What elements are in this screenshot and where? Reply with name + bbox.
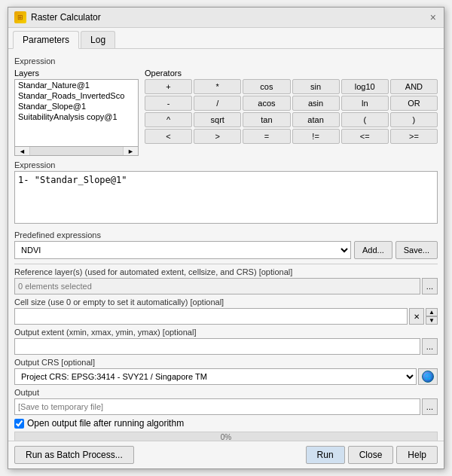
open-output-label: Open output file after running algorithm <box>27 418 184 429</box>
tab-bar: Parameters Log <box>8 28 444 49</box>
predefined-row: NDVI Add... Save... <box>14 241 438 259</box>
operators-label: Operators <box>145 69 438 78</box>
tab-parameters[interactable]: Parameters <box>13 31 79 49</box>
cell-size-label: Cell size (use 0 or empty to set it auto… <box>14 298 438 307</box>
op-less[interactable]: < <box>145 129 192 144</box>
output-crs-select[interactable]: Project CRS: EPSG:3414 - SVY21 / Singapo… <box>14 368 417 385</box>
op-log10[interactable]: log10 <box>341 79 389 94</box>
op-acos[interactable]: acos <box>243 96 290 111</box>
op-or[interactable]: OR <box>390 96 438 111</box>
output-browse-button[interactable]: ... <box>422 398 438 415</box>
op-not-equal[interactable]: != <box>292 129 340 144</box>
op-sin[interactable]: sin <box>292 79 340 94</box>
output-extent-input[interactable]: 18526.6678,20628.848399999995,37869.2884… <box>14 338 420 355</box>
list-item[interactable]: Standar_Roads_InvertedSco <box>15 90 138 101</box>
output-extent-label: Output extent (xmin, xmax, ymin, ymax) [… <box>14 328 438 337</box>
reference-layer-input[interactable] <box>14 278 420 294</box>
cell-size-clear-button[interactable]: ✕ <box>409 308 424 325</box>
op-cos[interactable]: cos <box>243 79 290 94</box>
titlebar-left: ⊞ Raster Calculator <box>14 11 101 23</box>
op-ln[interactable]: ln <box>341 96 389 111</box>
list-item[interactable]: SuitabilityAnalysis copy@1 <box>15 111 138 122</box>
list-item[interactable]: Standar_Slope@1 <box>15 101 138 111</box>
op-lte[interactable]: <= <box>341 129 389 144</box>
cell-size-row: 5.000000 ✕ ▲ ▼ <box>14 308 438 325</box>
predefined-add-button[interactable]: Add... <box>354 241 392 259</box>
cell-size-spinner: ▲ ▼ <box>426 308 438 325</box>
scroll-track <box>30 147 123 155</box>
open-output-checkbox[interactable] <box>14 419 24 429</box>
output-crs-globe-button[interactable]: 🌐 <box>418 368 438 385</box>
op-tan[interactable]: tan <box>243 112 290 127</box>
close-button[interactable]: Close <box>348 446 394 464</box>
output-crs-row: Project CRS: EPSG:3414 - SVY21 / Singapo… <box>14 368 438 385</box>
op-minus[interactable]: - <box>145 96 192 111</box>
op-caret[interactable]: ^ <box>145 112 192 127</box>
layers-box: Layers Standar_Nature@1 Standar_Roads_In… <box>14 69 139 156</box>
help-button[interactable]: Help <box>396 446 438 464</box>
expression-textarea[interactable]: 1- "Standar_Slope@1" <box>14 171 438 224</box>
progress-bar-container: 0% <box>14 432 438 441</box>
raster-calculator-dialog: ⊞ Raster Calculator × Parameters Log Exp… <box>8 7 444 469</box>
app-icon: ⊞ <box>14 11 26 23</box>
close-icon[interactable]: × <box>429 11 438 23</box>
output-input[interactable] <box>14 398 420 415</box>
reference-layer-browse-button[interactable]: ... <box>422 278 438 294</box>
titlebar: ⊞ Raster Calculator × <box>8 8 444 28</box>
op-atan[interactable]: atan <box>292 112 340 127</box>
layers-label: Layers <box>14 69 139 78</box>
op-close-paren[interactable]: ) <box>390 112 438 127</box>
list-item[interactable]: Standar_Nature@1 <box>15 80 138 90</box>
reference-layer-label: Reference layer(s) (used for automated e… <box>14 267 438 276</box>
bottom-bar: Run as Batch Process... Run Close Help <box>8 441 444 468</box>
output-crs-label: Output CRS [optional] <box>14 358 438 367</box>
expression-label: Expression <box>14 160 438 169</box>
cell-size-up-button[interactable]: ▲ <box>426 308 438 316</box>
layers-operators-area: Layers Standar_Nature@1 Standar_Roads_In… <box>14 69 438 156</box>
op-equal[interactable]: = <box>243 129 290 144</box>
open-output-row: Open output file after running algorithm <box>14 418 438 429</box>
reference-layer-row: ... <box>14 278 438 294</box>
op-sqrt[interactable]: sqrt <box>194 112 241 127</box>
predefined-select[interactable]: NDVI <box>14 241 351 259</box>
op-gte[interactable]: >= <box>390 129 438 144</box>
op-divide[interactable]: / <box>194 96 241 111</box>
scroll-right-btn[interactable]: ► <box>123 147 138 155</box>
cell-size-input[interactable]: 5.000000 <box>14 308 408 325</box>
cell-size-down-button[interactable]: ▼ <box>426 316 438 325</box>
op-plus[interactable]: + <box>145 79 192 94</box>
output-label: Output <box>14 388 438 397</box>
layers-list[interactable]: Standar_Nature@1 Standar_Roads_InvertedS… <box>14 79 139 147</box>
tab-log[interactable]: Log <box>81 31 115 48</box>
output-extent-row: 18526.6678,20628.848399999995,37869.2884… <box>14 338 438 355</box>
predefined-label: Predefined expressions <box>14 230 438 240</box>
progress-label: 0% <box>221 433 231 441</box>
op-open-paren[interactable]: ( <box>341 112 389 127</box>
output-row: ... <box>14 398 438 415</box>
op-asin[interactable]: asin <box>292 96 340 111</box>
op-multiply[interactable]: * <box>194 79 241 94</box>
scroll-left-btn[interactable]: ◄ <box>15 147 30 155</box>
predefined-save-button[interactable]: Save... <box>396 241 438 259</box>
dialog-title: Raster Calculator <box>31 12 101 23</box>
layers-scrollbar[interactable]: ◄ ► <box>14 147 139 156</box>
output-extent-browse-button[interactable]: ... <box>422 338 438 355</box>
globe-icon: 🌐 <box>422 371 434 383</box>
operators-box: Operators + * cos sin log10 AND - / acos… <box>145 69 438 156</box>
op-greater[interactable]: > <box>194 129 241 144</box>
op-and[interactable]: AND <box>390 79 438 94</box>
expression-textarea-section: 1- "Standar_Slope@1" <box>14 171 438 226</box>
batch-process-button[interactable]: Run as Batch Process... <box>14 446 134 464</box>
operators-grid: + * cos sin log10 AND - / acos asin ln O… <box>145 79 438 144</box>
dialog-content: Expression Layers Standar_Nature@1 Stand… <box>8 49 444 441</box>
run-button[interactable]: Run <box>306 446 345 464</box>
bottom-right-buttons: Run Close Help <box>306 446 438 464</box>
expression-section-label: Expression <box>14 56 438 66</box>
